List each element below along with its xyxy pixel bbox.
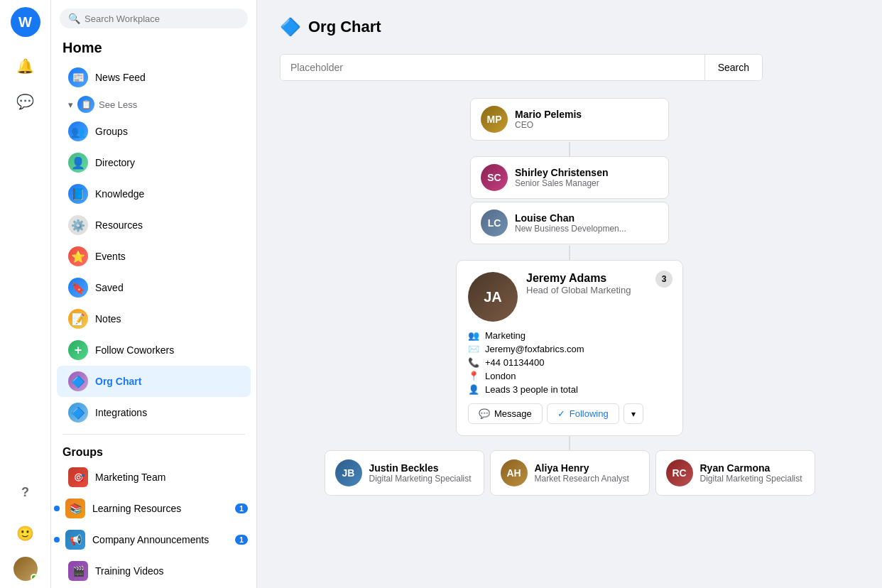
divider [62, 434, 245, 435]
mario-info: Mario Pelemis CEO [515, 109, 582, 130]
org-chart: MP Mario Pelemis CEO SC Shirley Christen… [280, 98, 859, 496]
see-less-label: See Less [99, 99, 137, 110]
justin-name: Justin Beckles [369, 462, 472, 474]
directory-icon: 👤 [68, 153, 88, 173]
jeremy-avatar: JA [468, 272, 518, 322]
announcements-label: Company Announcements [92, 534, 235, 545]
app-logo[interactable]: W [11, 7, 40, 37]
page-header: 🔷 Org Chart [280, 17, 859, 37]
org-search-button[interactable]: Search [704, 55, 762, 80]
follow-coworkers-label: Follow Coworkers [95, 344, 239, 356]
chevron-icon: ▾ [68, 99, 73, 110]
shirley-card[interactable]: SC Shirley Christensen Senior Sales Mana… [470, 156, 669, 199]
see-less-toggle[interactable]: ▾ 📋 See Less [57, 93, 251, 116]
main-content: 🔷 Org Chart Search MP Mario Pelemis CEO [257, 0, 882, 588]
message-button[interactable]: 💬 Message [468, 403, 543, 424]
sidebar-item-integrations[interactable]: 🔷 Integrations [57, 397, 251, 428]
org-search-bar: Search [280, 54, 763, 81]
chat-icon[interactable]: 💬 [11, 87, 40, 116]
justin-info: Justin Beckles Digital Marketing Special… [369, 462, 472, 484]
sidebar: 🔍 Home 📰 News Feed ▾ 📋 See Less 👥 Groups… [51, 0, 257, 588]
ryan-card[interactable]: RC Ryan Carmona Digital Marketing Specia… [655, 450, 815, 496]
logo-text: W [18, 14, 32, 31]
training-label: Training Videos [95, 565, 239, 577]
sidebar-item-resources[interactable]: ⚙️ Resources [57, 209, 251, 241]
sidebar-item-notes[interactable]: 📝 Notes [57, 303, 251, 334]
follow-icon: + [68, 340, 88, 360]
shirley-name: Shirley Christensen [515, 167, 609, 178]
mario-avatar: MP [481, 106, 508, 133]
sidebar-item-company-announcements[interactable]: 📢 Company Announcements 1 [54, 524, 254, 555]
mario-name: Mario Pelemis [515, 109, 582, 120]
sidebar-item-knowledge[interactable]: 📘 Knowledge [57, 178, 251, 209]
phone-icon: 📞 [468, 357, 479, 368]
org-search-input[interactable] [281, 55, 704, 80]
justin-title: Digital Marketing Specialist [369, 474, 472, 484]
following-label: Following [570, 408, 609, 419]
shirley-avatar: SC [481, 164, 508, 191]
jeremy-expanded-card[interactable]: 3 JA Jeremy Adams Head of Global Marketi… [456, 260, 683, 436]
integrations-label: Integrations [95, 407, 239, 418]
bottom-row: JB Justin Beckles Digital Marketing Spec… [325, 450, 815, 496]
aliya-name: Aliya Henry [535, 462, 629, 474]
justin-card[interactable]: JB Justin Beckles Digital Marketing Spec… [325, 450, 484, 496]
sidebar-item-org-chart[interactable]: 🔷 Org Chart [57, 366, 251, 397]
sidebar-item-directory[interactable]: 👤 Directory [57, 147, 251, 178]
jeremy-name: Jeremy Adams [526, 272, 631, 285]
jeremy-details: 👥 Marketing ✉️ Jeremy@foxfabrics.com 📞 +… [468, 330, 671, 395]
louise-card[interactable]: LC Louise Chan New Business Developmen..… [470, 202, 669, 244]
sidebar-item-marketing-team[interactable]: 🎯 Marketing Team [57, 462, 251, 493]
bell-icon[interactable]: 🔔 [11, 51, 40, 81]
sidebar-item-events[interactable]: ⭐ Events [57, 241, 251, 272]
sidebar-item-groups[interactable]: 👥 Groups [57, 116, 251, 147]
location-icon: 📍 [468, 371, 479, 381]
groups-section-title: Groups [51, 440, 256, 462]
announcements-dot [54, 537, 60, 543]
events-label: Events [95, 251, 239, 262]
chevron-down-icon: ▾ [631, 409, 636, 419]
search-icon: 🔍 [68, 13, 80, 24]
groups-icon: 👥 [68, 121, 88, 141]
user-avatar[interactable] [13, 557, 38, 581]
mid-section: SC Shirley Christensen Senior Sales Mana… [325, 156, 815, 496]
search-input[interactable] [85, 13, 239, 24]
integrations-icon: 🔷 [68, 403, 88, 423]
sidebar-item-learning-resources[interactable]: 📚 Learning Resources 1 [54, 493, 254, 524]
sidebar-item-saved[interactable]: 🔖 Saved [57, 272, 251, 303]
announcements-badge: 1 [235, 535, 248, 545]
ryan-title: Digital Marketing Specialist [700, 474, 802, 484]
aliya-avatar: AH [501, 459, 528, 486]
following-button[interactable]: ✓ Following [547, 403, 619, 424]
check-icon: ✓ [557, 408, 565, 419]
shirley-title: Senior Sales Manager [515, 178, 609, 188]
search-bar[interactable]: 🔍 [60, 9, 248, 28]
ceo-card[interactable]: MP Mario Pelemis CEO [470, 98, 669, 141]
more-options-button[interactable]: ▾ [624, 403, 643, 424]
announcements-icon: 📢 [65, 530, 85, 550]
jeremy-info: Jeremy Adams Head of Global Marketing [526, 272, 631, 297]
emoji-icon[interactable]: 🙂 [11, 518, 40, 548]
louise-avatar: LC [481, 209, 508, 236]
jeremy-dept: 👥 Marketing [468, 330, 671, 341]
sidebar-item-news-feed[interactable]: 📰 News Feed [57, 62, 251, 93]
notes-icon: 📝 [68, 309, 88, 329]
help-icon[interactable]: ? [11, 477, 40, 507]
learning-badge: 1 [235, 503, 248, 513]
directory-label: Directory [95, 157, 239, 168]
dept-icon: 👥 [468, 330, 479, 341]
leads-icon: 👤 [468, 384, 479, 395]
jeremy-title: Head of Global Marketing [526, 285, 631, 295]
saved-label: Saved [95, 282, 239, 293]
learning-resources-label: Learning Resources [92, 503, 235, 514]
knowledge-icon: 📘 [68, 184, 88, 204]
jeremy-email-text: Jeremy@foxfabrics.com [485, 344, 584, 354]
jeremy-location-text: London [485, 371, 516, 381]
sidebar-item-follow-coworkers[interactable]: + Follow Coworkers [57, 334, 251, 366]
groups-label: Groups [95, 126, 239, 137]
page-title: Org Chart [308, 18, 381, 36]
sidebar-item-training-videos[interactable]: 🎬 Training Videos [57, 555, 251, 587]
message-label: Message [494, 408, 532, 419]
mario-title: CEO [515, 120, 582, 130]
ryan-avatar: RC [666, 459, 693, 486]
aliya-card[interactable]: AH Aliya Henry Market Research Analyst [490, 450, 650, 496]
